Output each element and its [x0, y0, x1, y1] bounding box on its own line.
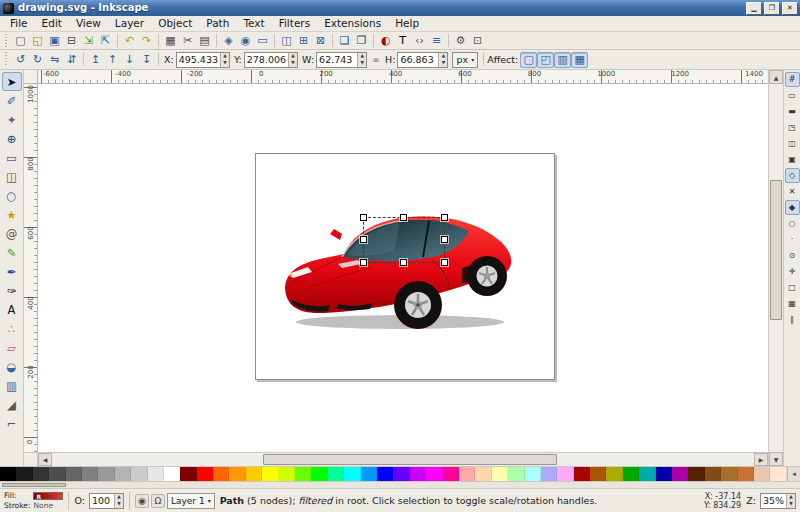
palette-swatch[interactable]	[443, 467, 459, 481]
open-document-button[interactable]: ◱	[29, 33, 46, 49]
undo-button[interactable]: ↶	[121, 33, 138, 49]
tool-eraser[interactable]: ▱	[2, 338, 22, 357]
opacity-value[interactable]: 100	[90, 494, 114, 508]
menu-view[interactable]: View	[69, 16, 108, 31]
move-gradients-toggle[interactable]: ▥	[554, 52, 571, 68]
palette-swatch[interactable]	[606, 467, 622, 481]
tool-gradient[interactable]: ▥	[2, 376, 22, 395]
snap-enable-toggle[interactable]: #	[785, 72, 800, 87]
stroke-value[interactable]: None	[33, 501, 63, 510]
flip-horizontal-button[interactable]: ⇋	[46, 52, 63, 68]
close-button[interactable]: ✕	[782, 2, 798, 15]
menu-help[interactable]: Help	[388, 16, 426, 31]
tool-rectangle[interactable]: ▭	[2, 148, 22, 167]
snap-intersections-toggle[interactable]: ✕	[785, 184, 800, 199]
scroll-left-button[interactable]: ◀	[38, 453, 52, 466]
export-button[interactable]: ⇱	[97, 33, 114, 49]
palette-swatch[interactable]	[131, 467, 147, 481]
palette-swatch[interactable]	[574, 467, 590, 481]
palette-swatch[interactable]	[754, 467, 770, 481]
spin-down-icon[interactable]: ▼	[787, 501, 795, 508]
palette-swatch[interactable]	[426, 467, 442, 481]
scale-handle-se[interactable]	[441, 259, 448, 266]
palette-swatch[interactable]	[66, 467, 82, 481]
snap-bbox-toggle[interactable]: ▭	[785, 88, 800, 103]
spin-up-icon[interactable]: ▲	[358, 53, 366, 60]
tool-zoom[interactable]: ⊕	[2, 129, 22, 148]
spin-up-icon[interactable]: ▲	[221, 53, 229, 60]
h-input[interactable]: 66.863 ▲▼	[397, 52, 448, 68]
ungroup-button[interactable]: ❐	[353, 33, 370, 49]
palette-swatch[interactable]	[262, 467, 278, 481]
zoom-value[interactable]: 35%	[761, 494, 786, 508]
scroll-down-button[interactable]: ▼	[769, 452, 783, 466]
snap-smooth-nodes-toggle[interactable]: ○	[785, 216, 800, 231]
snap-grid-toggle[interactable]: ▦	[785, 296, 800, 311]
palette-swatch[interactable]	[49, 467, 65, 481]
opacity-spin-buttons[interactable]: ▲▼	[114, 494, 123, 508]
snap-bbox-corners-toggle[interactable]: ◳	[785, 120, 800, 135]
vertical-ruler[interactable]: 10008006004002000	[24, 84, 38, 452]
snap-bbox-edges-toggle[interactable]: ▬	[785, 104, 800, 119]
scroll-up-button[interactable]: ▲	[769, 70, 783, 84]
scale-handle-nw[interactable]	[360, 214, 367, 221]
snap-bbox-midpoints-toggle[interactable]: ◫	[785, 136, 800, 151]
menu-file[interactable]: File	[3, 16, 35, 31]
snap-page-border-toggle[interactable]: ▢	[785, 280, 800, 295]
palette-swatch[interactable]	[672, 467, 688, 481]
palette-swatch[interactable]	[770, 467, 786, 481]
palette-swatch[interactable]	[525, 467, 541, 481]
rotate-ccw-button[interactable]: ↺	[12, 52, 29, 68]
palette-swatch[interactable]	[656, 467, 672, 481]
minimize-button[interactable]: ▁	[746, 2, 762, 15]
zoom-page-button[interactable]: ▭	[254, 33, 271, 49]
x-input[interactable]: 495.433 ▲▼	[176, 52, 230, 68]
tool-calligraphy[interactable]: ✑	[2, 281, 22, 300]
snap-rotation-center-toggle[interactable]: ✛	[785, 264, 800, 279]
horizontal-ruler[interactable]: -600-400-2000200400600800100012001400	[38, 70, 768, 84]
palette-swatch[interactable]	[590, 467, 606, 481]
unlink-clone-button[interactable]: ⊠	[312, 33, 329, 49]
preferences-button[interactable]: ⚙	[452, 33, 469, 49]
palette-swatch[interactable]	[738, 467, 754, 481]
palette-swatch[interactable]	[705, 467, 721, 481]
palette-swatch[interactable]	[377, 467, 393, 481]
palette-swatch[interactable]	[82, 467, 98, 481]
palette-swatch[interactable]	[459, 467, 475, 481]
vertical-scroll-track[interactable]	[769, 84, 783, 452]
tool-dropper[interactable]: ◢	[2, 395, 22, 414]
tool-tweak[interactable]: ✦	[2, 110, 22, 129]
raise-to-top-button[interactable]: ↥	[87, 52, 104, 68]
rotate-cw-button[interactable]: ↻	[29, 52, 46, 68]
palette-scroll-thumb[interactable]	[2, 483, 66, 487]
palette-swatch[interactable]	[279, 467, 295, 481]
opacity-input[interactable]: 100 ▲▼	[89, 493, 124, 509]
tool-3dbox[interactable]: ◫	[2, 167, 22, 186]
palette-swatch[interactable]	[688, 467, 704, 481]
palette-swatch[interactable]	[180, 467, 196, 481]
snap-cusp-nodes-toggle[interactable]: ◆	[785, 200, 800, 215]
scale-handle-w[interactable]	[360, 236, 367, 243]
lock-ratio-button[interactable]: ∞	[369, 52, 383, 68]
tool-selector[interactable]: ➤	[2, 72, 22, 91]
align-dialog-button[interactable]: ≡	[428, 33, 445, 49]
zoom-spin-buttons[interactable]: ▲▼	[786, 494, 795, 508]
tool-bezier[interactable]: ✒	[2, 262, 22, 281]
spin-down-icon[interactable]: ▼	[289, 60, 297, 67]
palette-swatch[interactable]	[639, 467, 655, 481]
palette-swatch[interactable]	[475, 467, 491, 481]
palette-swatch[interactable]	[148, 467, 164, 481]
palette-swatch[interactable]	[246, 467, 262, 481]
group-button[interactable]: ❏	[336, 33, 353, 49]
spin-up-icon[interactable]: ▲	[115, 494, 123, 501]
palette-swatch[interactable]	[164, 467, 180, 481]
x-value[interactable]: 495.433	[177, 53, 220, 67]
duplicate-button[interactable]: ◫	[278, 33, 295, 49]
new-document-button[interactable]: ▢	[12, 33, 29, 49]
horizontal-scroll-track[interactable]	[52, 453, 754, 466]
scale-handle-s[interactable]	[400, 259, 407, 266]
tool-paint-bucket[interactable]: ◒	[2, 357, 22, 376]
print-button[interactable]: ⊟	[63, 33, 80, 49]
y-spin-buttons[interactable]: ▲▼	[288, 53, 297, 67]
paste-button[interactable]: ▤	[196, 33, 213, 49]
